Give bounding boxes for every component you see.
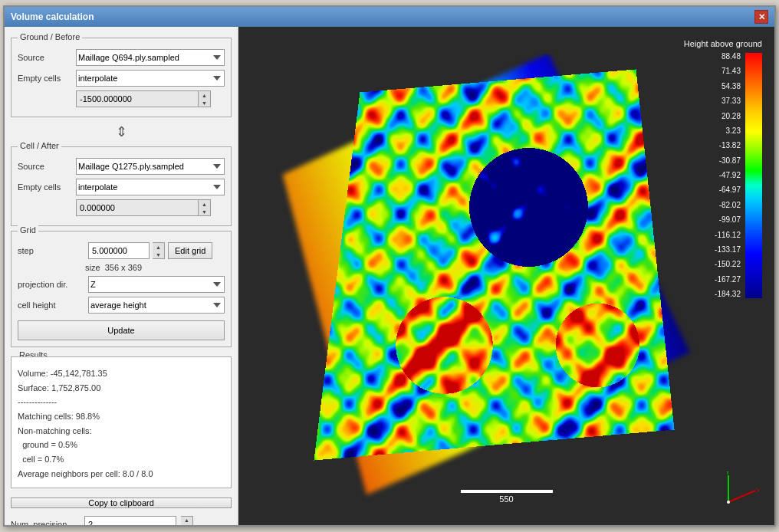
results-group: Results Volume: -45,142,781.35 Surface: … <box>11 356 232 488</box>
cell-spinbox-down[interactable]: ▼ <box>199 208 210 215</box>
grid-step-label: step <box>18 246 85 255</box>
ground-spinbox-down[interactable]: ▼ <box>199 99 210 107</box>
main-window: Volume calculation ✕ Ground / Before Sou… <box>3 5 776 527</box>
svg-line-1 <box>728 491 755 502</box>
cell-after-title: Cell / After <box>18 141 61 150</box>
colormap-label-5: 3.23 <box>715 127 741 135</box>
colormap-labels: 88.4871.4354.3837.3320.283.23-13.82-30.8… <box>715 53 741 298</box>
ground-source-select[interactable]: Maillage Q694.ply.sampled <box>76 49 225 66</box>
colormap-label-4: 20.28 <box>715 113 741 120</box>
ground-empty-cells-select[interactable]: interpolate <box>76 70 225 87</box>
colormap-label-3: 37.33 <box>715 97 741 105</box>
ground-empty-cells-row: Empty cells interpolate <box>18 70 225 87</box>
colormap-label-10: -82.02 <box>715 202 741 209</box>
cell-source-label: Source <box>18 162 73 171</box>
ground-source-row: Source Maillage Q694.ply.sampled <box>18 49 225 66</box>
grid-cell-height-label: cell height <box>18 300 85 310</box>
colormap-label-12: -116.12 <box>715 232 741 239</box>
results-volume: Volume: -45,142,781.35 <box>18 366 225 381</box>
grid-step-up[interactable]: ▲ <box>153 243 164 251</box>
results-matching: Matching cells: 98.8% <box>18 409 225 424</box>
grid-cell-height-select[interactable]: average height <box>88 297 225 314</box>
content-area: Ground / Before Source Maillage Q694.ply… <box>5 27 774 525</box>
axes-icon: X Y <box>721 471 759 510</box>
colormap-label-8: -47.92 <box>715 172 741 179</box>
grid-size-value: 356 x 369 <box>105 263 142 272</box>
colormap-label-2: 54.38 <box>715 83 741 90</box>
num-precision-arrows: ▲ ▼ <box>181 516 193 526</box>
num-precision-up[interactable]: ▲ <box>181 517 192 524</box>
svg-text:Y: Y <box>725 471 730 476</box>
svg-text:X: X <box>756 487 759 494</box>
grid-cell-height-row: cell height average height <box>18 297 225 314</box>
swap-button[interactable]: ⇕ <box>11 123 232 140</box>
cell-value-spinbox: ▲ ▼ <box>76 199 225 216</box>
colormap-label-13: -133.17 <box>715 246 741 254</box>
left-panel: Ground / Before Source Maillage Q694.ply… <box>5 27 238 525</box>
close-button[interactable]: ✕ <box>754 10 768 24</box>
cell-value-input[interactable] <box>76 199 199 216</box>
grid-title: Grid <box>18 225 38 235</box>
terrain-canvas <box>252 54 697 498</box>
results-ground-pct: ground = 0.5% <box>18 438 225 452</box>
grid-step-down[interactable]: ▼ <box>153 251 164 258</box>
colormap-label-9: -64.97 <box>715 186 741 194</box>
scale-bar <box>461 490 553 493</box>
num-precision-input[interactable] <box>84 516 176 526</box>
results-content: Volume: -45,142,781.35 Surface: 1,752,87… <box>18 366 225 481</box>
update-button[interactable]: Update <box>18 320 225 340</box>
grid-step-input[interactable] <box>88 242 150 259</box>
grid-step-arrows: ▲ ▼ <box>153 242 165 259</box>
num-precision-row: Num. precision ▲ ▼ <box>11 516 232 526</box>
svg-point-5 <box>727 501 730 504</box>
cell-spinbox-up[interactable]: ▲ <box>199 200 210 208</box>
scale-label: 550 <box>499 494 513 504</box>
results-avg-neighbors: Average neighbors per cell: 8.0 / 8.0 <box>18 467 225 481</box>
num-precision-down[interactable]: ▼ <box>181 524 192 526</box>
ground-empty-cells-label: Empty cells <box>18 74 73 83</box>
colormap-label-6: -13.82 <box>715 142 741 149</box>
grid-step-row: step ▲ ▼ Edit grid <box>18 242 225 259</box>
colormap-title: Height above ground <box>684 39 762 48</box>
grid-proj-select[interactable]: Z <box>88 276 225 293</box>
grid-group: Grid step ▲ ▼ Edit grid size 356 x 369 <box>11 231 232 347</box>
colormap-label-1: 71.43 <box>715 67 741 75</box>
grid-size-label: size <box>85 263 100 272</box>
results-surface: Surface: 1,752,875.00 <box>18 381 225 396</box>
ground-value-input[interactable] <box>76 90 199 107</box>
results-cell-pct: cell = 0.7% <box>18 452 225 467</box>
grid-proj-row: projection dir. Z <box>18 276 225 293</box>
colormap-bar-wrapper: 88.4871.4354.3837.3320.283.23-13.82-30.8… <box>715 53 762 298</box>
grid-size-row: size 356 x 369 <box>85 263 225 272</box>
ground-before-group: Ground / Before Source Maillage Q694.ply… <box>11 38 232 117</box>
ground-source-label: Source <box>18 53 73 62</box>
results-non-matching: Non-matching cells: <box>18 424 225 438</box>
cell-after-group: Cell / After Source Maillage Q1275.ply.s… <box>11 146 232 226</box>
edit-grid-button[interactable]: Edit grid <box>168 242 212 259</box>
grid-proj-label: projection dir. <box>18 280 85 289</box>
colormap-label-11: -99.07 <box>715 216 741 224</box>
cell-empty-cells-select[interactable]: interpolate <box>76 179 225 195</box>
title-bar: Volume calculation ✕ <box>5 7 774 27</box>
cell-source-select[interactable]: Maillage Q1275.ply.sampled <box>76 158 225 175</box>
colormap-label-16: -184.32 <box>715 291 741 298</box>
results-divider: -------------- <box>18 395 225 409</box>
num-precision-label: Num. precision <box>11 520 80 526</box>
colormap-bar <box>745 53 762 298</box>
copy-clipboard-button[interactable]: Copy to clipboard <box>11 498 232 508</box>
colormap-label-0: 88.48 <box>715 53 741 61</box>
ground-spinbox-arrows: ▲ ▼ <box>199 90 211 107</box>
ground-value-spinbox: ▲ ▼ <box>76 90 225 107</box>
colormap-label-14: -150.22 <box>715 261 741 268</box>
cell-empty-cells-label: Empty cells <box>18 182 73 192</box>
ground-before-title: Ground / Before <box>18 32 82 41</box>
colormap-container: Height above ground 88.4871.4354.3837.33… <box>684 39 762 298</box>
colormap-label-7: -30.87 <box>715 157 741 165</box>
right-panel: Height above ground 88.4871.4354.3837.33… <box>238 27 774 525</box>
window-title: Volume calculation <box>11 11 94 22</box>
scale-bar-container: 550 <box>461 490 553 504</box>
cell-spinbox-arrows: ▲ ▼ <box>199 199 211 216</box>
cell-source-row: Source Maillage Q1275.ply.sampled <box>18 158 225 175</box>
cell-empty-cells-row: Empty cells interpolate <box>18 179 225 195</box>
ground-spinbox-up[interactable]: ▲ <box>199 91 210 99</box>
